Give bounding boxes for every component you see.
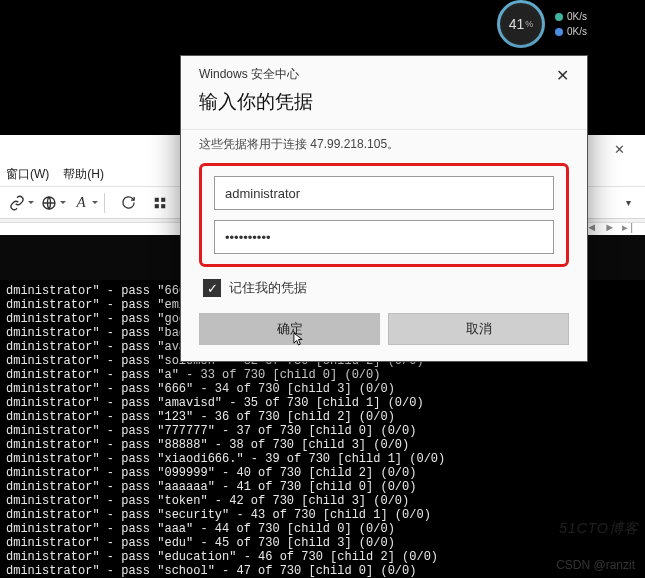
remember-checkbox-row[interactable]: ✓ 记住我的凭据 (203, 279, 569, 297)
speed-percent-circle: 41% (497, 0, 545, 48)
ok-button[interactable]: 确定 (199, 313, 380, 345)
svg-rect-1 (155, 197, 159, 201)
menu-help[interactable]: 帮助(H) (63, 166, 104, 183)
network-speed-widget: 41% 0K/s 0K/s (497, 0, 617, 48)
dialog-message: 这些凭据将用于连接 47.99.218.105。 (199, 136, 569, 153)
credentials-dialog: Windows 安全中心 输入你的凭据 ✕ 这些凭据将用于连接 47.99.21… (180, 55, 588, 362)
toolbar-dropdown[interactable]: ▾ (619, 194, 637, 212)
remember-label: 记住我的凭据 (229, 279, 307, 297)
menu-window[interactable]: 窗口(W) (6, 166, 49, 183)
dialog-subtitle: Windows 安全中心 (199, 66, 313, 83)
cancel-button-label: 取消 (466, 320, 492, 338)
globe-icon[interactable] (38, 192, 60, 214)
cancel-button[interactable]: 取消 (388, 313, 569, 345)
download-rate: 0K/s (567, 26, 587, 37)
font-icon[interactable]: A (70, 192, 92, 214)
checkbox-icon[interactable]: ✓ (203, 279, 221, 297)
close-window-button[interactable]: ✕ (599, 137, 639, 161)
cursor-icon (293, 332, 304, 347)
nav-arrows[interactable]: ◄ ► ▸| (586, 219, 645, 234)
watermark-51cto: 51CTO博客 (559, 520, 639, 538)
upload-rate: 0K/s (567, 11, 587, 22)
dialog-close-button[interactable]: ✕ (552, 66, 573, 85)
link-icon[interactable] (6, 192, 28, 214)
speed-percent-unit: % (525, 19, 533, 29)
watermark-csdn: CSDN @ranzit (556, 558, 635, 572)
dialog-title: 输入你的凭据 (199, 89, 313, 115)
download-dot-icon (555, 28, 563, 36)
refresh-icon[interactable] (117, 192, 139, 214)
grid-icon[interactable] (149, 192, 171, 214)
upload-dot-icon (555, 13, 563, 21)
password-field[interactable] (214, 220, 554, 254)
highlight-box (199, 163, 569, 267)
speed-percent-value: 41 (509, 16, 525, 32)
svg-rect-2 (161, 197, 165, 201)
svg-rect-3 (155, 204, 159, 208)
svg-rect-4 (161, 204, 165, 208)
username-field[interactable] (214, 176, 554, 210)
toolbar-separator (104, 193, 105, 213)
